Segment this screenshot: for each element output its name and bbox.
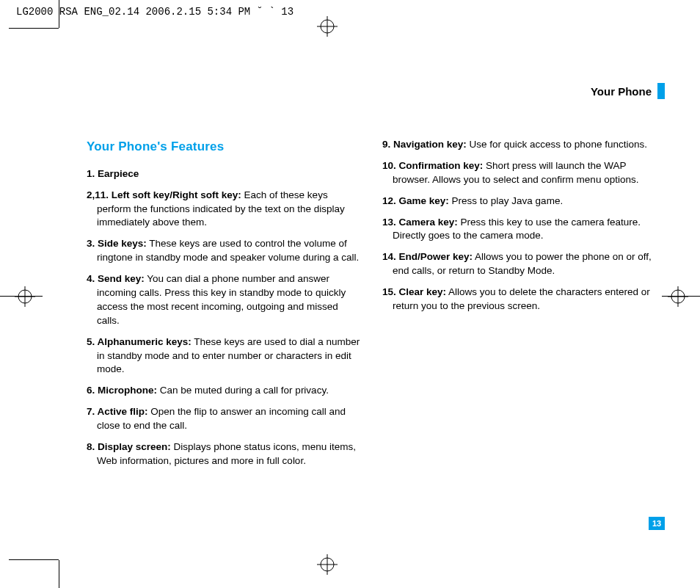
page-number: 13	[649, 517, 665, 530]
feature-item: 13. Camera key: Press this key to use th…	[382, 216, 656, 244]
feature-item: 7. Active flip: Open the flip to answer …	[87, 405, 360, 433]
section-header: Your Phone	[591, 83, 665, 99]
crop-mark	[662, 296, 700, 297]
section-header-accent	[657, 83, 665, 99]
feature-item: 2,11. Left soft key/Right soft key: Each…	[87, 189, 360, 231]
registration-mark-icon	[15, 286, 35, 307]
feature-item: 10. Confirmation key: Short press will l…	[382, 159, 656, 187]
feature-item: 14. End/Power key: Allows you to power t…	[382, 250, 656, 278]
feature-item: 3. Side keys: These keys are used to con…	[87, 237, 360, 265]
content-area: Your Phone's Features 1. Earpiece2,11. L…	[87, 138, 656, 476]
feature-item: 9. Navigation key: Use for quick access …	[382, 138, 656, 152]
file-info: LG2000 RSA ENG_02.14 2006.2.15 5:34 PM ˘…	[16, 6, 294, 18]
feature-item: 1. Earpiece	[87, 167, 360, 181]
feature-item: 15. Clear key: Allows you to delete the …	[382, 286, 656, 313]
feature-item: 6. Microphone: Can be muted during a cal…	[87, 384, 360, 398]
registration-mark-icon	[668, 286, 688, 307]
registration-mark-icon	[317, 16, 338, 37]
page-title: Your Phone's Features	[87, 138, 360, 156]
section-header-label: Your Phone	[591, 85, 652, 98]
left-column: Your Phone's Features 1. Earpiece2,11. L…	[87, 138, 360, 476]
registration-mark-icon	[317, 554, 338, 575]
feature-item: 12. Game key: Press to play Java game.	[382, 195, 656, 208]
feature-item: 5. Alphanumeric keys: These keys are use…	[87, 335, 360, 377]
right-column: 9. Navigation key: Use for quick access …	[382, 138, 656, 476]
crop-mark	[59, 560, 59, 588]
crop-mark	[59, 0, 59, 28]
crop-mark	[9, 559, 59, 560]
crop-mark	[0, 296, 43, 297]
feature-item: 8. Display screen: Displays phone status…	[87, 440, 360, 468]
feature-item: 4. Send key: You can dial a phone number…	[87, 272, 360, 328]
crop-mark	[9, 28, 59, 29]
